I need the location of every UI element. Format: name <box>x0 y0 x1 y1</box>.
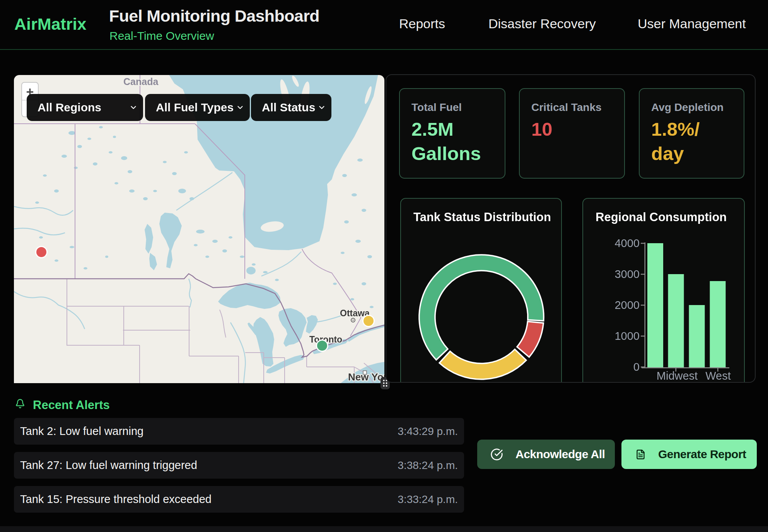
svg-text:West: West <box>705 370 731 382</box>
svg-text:1000: 1000 <box>614 330 640 342</box>
svg-text:Midwest: Midwest <box>657 370 698 382</box>
svg-text:2000: 2000 <box>614 299 640 311</box>
svg-text:4000: 4000 <box>614 237 640 249</box>
svg-text:0: 0 <box>633 361 640 373</box>
svg-text:Canada: Canada <box>123 76 159 87</box>
svg-text:3000: 3000 <box>614 268 640 280</box>
